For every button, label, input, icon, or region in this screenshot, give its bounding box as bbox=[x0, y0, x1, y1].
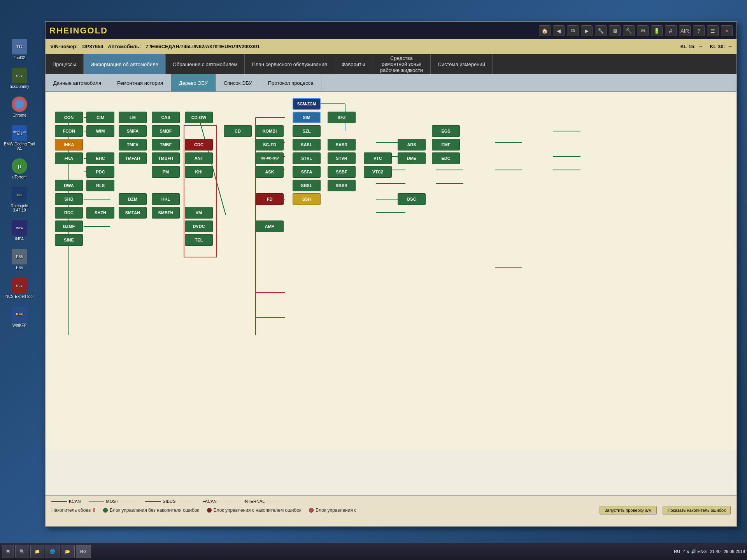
show-faults-button[interactable]: Показать накопитель ошибок bbox=[663, 506, 731, 514]
ecu-SASL[interactable]: SASL bbox=[293, 139, 321, 150]
ecu-SASR[interactable]: SASR bbox=[328, 139, 356, 150]
ecu-FKA[interactable]: FKA bbox=[55, 152, 83, 164]
ecu-CD-GW[interactable]: CD-GW bbox=[185, 112, 213, 123]
menu-icon[interactable]: ☰ bbox=[707, 25, 719, 36]
desktop-icon-ncsexpert[interactable]: NCS NCS-Expert tool bbox=[4, 278, 35, 299]
subnav-process-log[interactable]: Протокол процесса bbox=[260, 74, 322, 91]
ecu-SHD[interactable]: SHD bbox=[55, 193, 83, 205]
desktop-icon-utorrent[interactable]: μ uTorrent bbox=[4, 158, 35, 179]
ecu-SZL[interactable]: SZL bbox=[293, 125, 321, 137]
ecu-STVR[interactable]: STVR bbox=[328, 152, 356, 164]
ecu-FCON[interactable]: FCON bbox=[55, 125, 83, 137]
ecu-SMFAH[interactable]: SMFAH bbox=[119, 207, 147, 219]
air-icon[interactable]: AIR bbox=[679, 25, 691, 36]
ecu-VTC2[interactable]: VTC2 bbox=[364, 166, 392, 178]
desktop-icon-rheingold[interactable]: RG Rheingold 3.47.10 bbox=[4, 187, 35, 212]
ecu-SSFA[interactable]: SSFA bbox=[293, 166, 321, 178]
ecu-SG-FD-GW[interactable]: SG-FD-GW bbox=[256, 152, 284, 164]
desktop-icon-chrome[interactable]: Chrome bbox=[4, 96, 35, 117]
ecu-STVL[interactable]: STVL bbox=[293, 152, 321, 164]
copy-icon[interactable]: ⧉ bbox=[567, 25, 579, 36]
desktop-icon-bmwcodingtool[interactable]: BMW Cod Tool BMW Coding Tool v2. bbox=[4, 125, 35, 150]
ecu-AMP[interactable]: AMP bbox=[256, 220, 284, 232]
taskbar-search[interactable]: 🔍 bbox=[15, 545, 29, 558]
ecu-VM[interactable]: VM bbox=[185, 207, 213, 219]
ecu-RDC[interactable]: RDC bbox=[55, 207, 83, 219]
ecu-EHC[interactable]: EHC bbox=[86, 152, 114, 164]
ecu-FD[interactable]: FD bbox=[256, 193, 284, 205]
ecu-DVDC[interactable]: DVDC bbox=[185, 220, 213, 232]
ecu-RLS[interactable]: RLS bbox=[86, 180, 114, 191]
taskbar-browser[interactable]: 🌐 bbox=[46, 545, 60, 558]
subnav-ecu-tree[interactable]: Дерево ЭБУ bbox=[171, 74, 216, 91]
ecu-SSH[interactable]: SSH bbox=[293, 193, 321, 205]
nav-car-info[interactable]: Информация об автомобиле bbox=[84, 54, 166, 74]
desktop-icon-e65[interactable]: E65 E65 bbox=[4, 249, 35, 270]
nav-measurements[interactable]: Система измерений bbox=[431, 54, 493, 74]
ecu-SG-FD[interactable]: SG-FD bbox=[256, 139, 284, 150]
ecu-TMFA[interactable]: TMFA bbox=[119, 139, 147, 150]
ecu-EMF[interactable]: EMF bbox=[432, 139, 460, 150]
tools-icon[interactable]: 🔨 bbox=[623, 25, 635, 36]
desktop-icon-ncsdummy[interactable]: NCS ncsDummy bbox=[4, 68, 35, 89]
taskbar-folder2[interactable]: 📂 bbox=[61, 545, 75, 558]
ecu-CON[interactable]: CON bbox=[55, 112, 83, 123]
ecu-CD[interactable]: CD bbox=[224, 125, 252, 137]
ecu-BZM[interactable]: BZM bbox=[119, 193, 147, 205]
ecu-SMBFH[interactable]: SMBFH bbox=[152, 207, 180, 219]
ecu-SMBF[interactable]: SMBF bbox=[152, 125, 180, 137]
nav-favorites[interactable]: Фавориты bbox=[334, 54, 372, 74]
taskbar-explorer[interactable]: 📁 bbox=[30, 545, 44, 558]
monitor-icon[interactable]: 🖥 bbox=[609, 25, 621, 36]
close-icon[interactable]: ✕ bbox=[721, 25, 733, 36]
ecu-WIM[interactable]: WIM bbox=[86, 125, 114, 137]
ecu-TMBF[interactable]: TMBF bbox=[152, 139, 180, 150]
ecu-SSBF[interactable]: SSBF bbox=[328, 166, 356, 178]
ecu-CIM[interactable]: CIM bbox=[86, 112, 114, 123]
forward-icon[interactable]: ▶ bbox=[581, 25, 593, 36]
ecu-CAS[interactable]: CAS bbox=[152, 112, 180, 123]
ecu-SBSR[interactable]: SBSR bbox=[328, 180, 356, 191]
ecu-EGS[interactable]: EGS bbox=[432, 125, 460, 137]
ecu-TMFAH[interactable]: TMFAH bbox=[119, 152, 147, 164]
ecu-PDC[interactable]: PDC bbox=[86, 166, 114, 178]
ecu-ANT[interactable]: ANT bbox=[185, 152, 213, 164]
ecu-DWA[interactable]: DWA bbox=[55, 180, 83, 191]
desktop-icon-inpa[interactable]: INPA INPA bbox=[4, 220, 35, 241]
ecu-KHI[interactable]: KHI bbox=[185, 166, 213, 178]
ecu-IHKA[interactable]: IHKA bbox=[55, 139, 83, 150]
ecu-BZMF[interactable]: BZMF bbox=[55, 220, 83, 232]
nav-service-plan[interactable]: План сервисного обслуживания bbox=[245, 54, 334, 74]
taskbar-app[interactable]: RG bbox=[76, 545, 91, 558]
ecu-ARS[interactable]: ARS bbox=[398, 139, 426, 150]
subnav-car-data[interactable]: Данные автомобиля bbox=[46, 74, 109, 91]
mail-icon[interactable]: ✉ bbox=[637, 25, 649, 36]
print-icon[interactable]: 🖨 bbox=[665, 25, 677, 36]
help-icon[interactable]: ? bbox=[693, 25, 705, 36]
ecu-KOMBI[interactable]: KOMBI bbox=[256, 125, 284, 137]
ecu-SIM[interactable]: SIM bbox=[293, 112, 321, 123]
ecu-DSC[interactable]: DSC bbox=[398, 193, 426, 205]
ecu-CDC[interactable]: CDC bbox=[185, 139, 213, 150]
ecu-SFZ[interactable]: SFZ bbox=[328, 112, 356, 123]
ecu-SGM-ZGM[interactable]: SGM-ZGM bbox=[293, 98, 321, 110]
ecu-DME[interactable]: DME bbox=[398, 152, 426, 164]
subnav-repair-history[interactable]: Ремонтная история bbox=[109, 74, 171, 91]
ecu-VTC[interactable]: VTC bbox=[364, 152, 392, 164]
ecu-SHZH[interactable]: SHZH bbox=[86, 207, 114, 219]
desktop-icon-tool32[interactable]: T32 Tool32 bbox=[4, 39, 35, 60]
ecu-HKL[interactable]: HKL bbox=[152, 193, 180, 205]
ecu-PM[interactable]: PM bbox=[152, 166, 180, 178]
back-icon[interactable]: ◀ bbox=[553, 25, 565, 36]
nav-processes[interactable]: Процессы bbox=[46, 54, 84, 74]
ecu-SINE[interactable]: SINE bbox=[55, 234, 83, 246]
home-icon[interactable]: 🏠 bbox=[539, 25, 551, 36]
ecu-TEL[interactable]: TEL bbox=[185, 234, 213, 246]
nav-repair-tools[interactable]: Средства ремонтной зоны/ рабочие жидкост… bbox=[372, 54, 431, 74]
ecu-EDC[interactable]: EDC bbox=[432, 152, 460, 164]
ecu-TMBFH[interactable]: TMBFH bbox=[152, 152, 180, 164]
run-check-button[interactable]: Запустить проверку а/м bbox=[600, 506, 657, 514]
ecu-SMFA[interactable]: SMFA bbox=[119, 125, 147, 137]
ecu-LM[interactable]: LM bbox=[119, 112, 147, 123]
desktop-icon-winkfp[interactable]: KFF WinKFP bbox=[4, 306, 35, 327]
